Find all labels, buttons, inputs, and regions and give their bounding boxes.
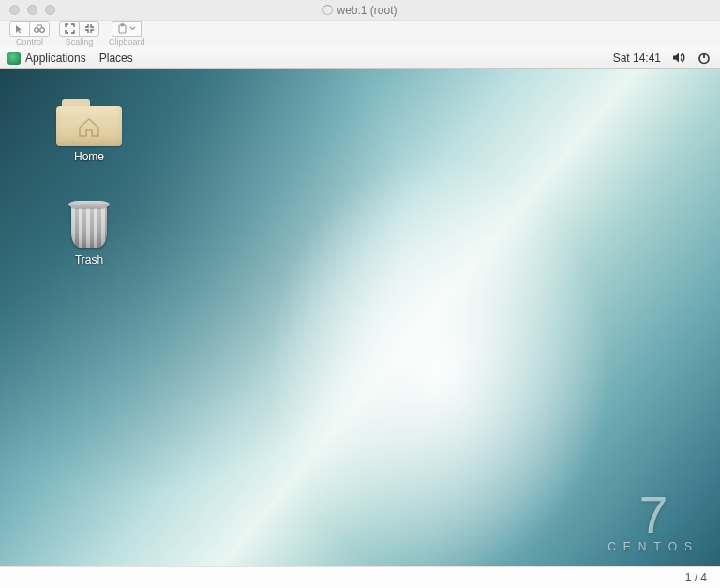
desktop[interactable]: Home Trash 7 CENTOS — [0, 69, 720, 566]
gnome-top-panel: Applications Places Sat 14:41 — [0, 47, 720, 69]
applications-menu[interactable]: Applications — [8, 52, 86, 65]
svg-point-0 — [35, 28, 39, 33]
status-bar: 1 / 4 — [0, 566, 720, 588]
folder-icon — [56, 99, 122, 146]
volume-icon[interactable] — [672, 52, 686, 64]
gnome-foot-icon — [8, 52, 21, 65]
centos-watermark: 7 CENTOS — [608, 492, 699, 554]
centos-name: CENTOS — [608, 540, 699, 553]
clipboard-label: Clipboard — [109, 38, 145, 47]
binoculars-button[interactable] — [29, 21, 50, 37]
svg-point-1 — [40, 28, 45, 33]
clipboard-button[interactable] — [112, 21, 142, 37]
desktop-icon-home[interactable]: Home — [38, 99, 141, 163]
svg-rect-3 — [121, 24, 124, 26]
scaling-label: Scaling — [66, 38, 94, 47]
toolbar-group-scaling: Scaling — [59, 21, 99, 47]
page-indicator: 1 / 4 — [685, 571, 707, 584]
window-title-text: web:1 (root) — [337, 4, 397, 17]
vnc-toolbar: Control Scaling Clipboard — [0, 21, 720, 47]
trash-icon — [68, 201, 110, 249]
power-icon[interactable] — [698, 52, 711, 65]
places-menu[interactable]: Places — [99, 52, 133, 65]
cursor-control-button[interactable] — [9, 21, 30, 37]
control-label: Control — [16, 38, 43, 47]
home-glyph-icon — [76, 116, 102, 137]
mac-titlebar: web:1 (root) — [0, 0, 720, 21]
window-title: web:1 (root) — [0, 4, 720, 17]
toolbar-group-control: Control — [9, 21, 50, 47]
toolbar-group-clipboard: Clipboard — [109, 21, 145, 47]
places-label: Places — [99, 52, 133, 65]
desktop-icon-label: Trash — [75, 253, 103, 266]
scale-expand-button[interactable] — [59, 21, 80, 37]
loading-spinner-icon — [322, 5, 333, 15]
desktop-icon-label: Home — [74, 150, 104, 163]
clock[interactable]: Sat 14:41 — [613, 52, 661, 65]
desktop-icon-trash[interactable]: Trash — [38, 201, 141, 266]
scale-shrink-button[interactable] — [79, 21, 99, 37]
centos-version: 7 — [608, 492, 699, 539]
applications-label: Applications — [25, 52, 86, 65]
